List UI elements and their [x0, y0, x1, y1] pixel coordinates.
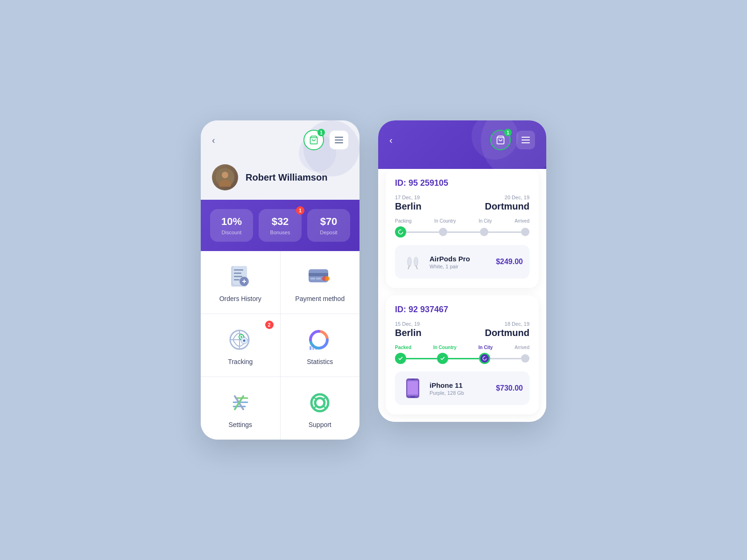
menu-button[interactable] — [330, 131, 348, 149]
right-header: ‹ 1 — [378, 120, 546, 169]
svg-line-36 — [313, 397, 317, 399]
tracking-dot-1 — [439, 228, 447, 236]
order-to-city-2: Dortmund — [485, 328, 529, 338]
right-cart-badge: 1 — [504, 129, 512, 136]
tracking-dot2-1 — [437, 353, 448, 364]
svg-point-42 — [414, 257, 418, 266]
menu-item-settings[interactable]: Settings — [201, 377, 280, 440]
menu-lines-icon — [335, 137, 343, 143]
right-cart-icon — [496, 135, 505, 145]
tracking-dot-3 — [521, 228, 529, 236]
svg-line-37 — [323, 397, 326, 399]
order-from-city-2: Berlin — [395, 328, 422, 338]
avatar-svg — [216, 168, 234, 187]
tracking-dots-1 — [395, 226, 529, 238]
right-back-button[interactable]: ‹ — [389, 135, 393, 146]
product-name-airpods: AirPods Pro — [430, 255, 490, 263]
tracking-labels-1: Packing In Country In City Arrived — [395, 218, 529, 224]
avatar — [212, 164, 238, 190]
profile-name: Robert Williamson — [246, 172, 327, 183]
svg-rect-26 — [310, 346, 311, 350]
statistics-svg — [306, 327, 334, 352]
cart-button[interactable]: 1 — [303, 130, 324, 150]
order-id-1: ID: 95 259105 — [395, 178, 529, 188]
svg-rect-14 — [309, 273, 328, 276]
order-to-date-2: 18 Dec, 19 — [485, 321, 529, 327]
tracking-label-arrived: Arrived — [514, 218, 529, 224]
tracking-dot2-2 — [479, 353, 490, 364]
menu-grid: Orders History Payment method — [201, 251, 359, 440]
tracking-label-incountry2: In Country — [433, 345, 457, 350]
order-from-date-1: 17 Dec, 19 — [395, 195, 422, 200]
statistics-label: Statistics — [307, 358, 333, 365]
svg-point-25 — [314, 335, 324, 344]
bonuses-stat: 1 $32 Bonuses — [259, 209, 302, 242]
product-desc-iphone: Purple, 128 Gb — [430, 390, 490, 396]
back-button[interactable]: ‹ — [212, 135, 215, 146]
svg-rect-48 — [410, 396, 415, 398]
bonuses-label: Bonuses — [263, 230, 297, 235]
tracking-label-arrived2: Arrived — [514, 345, 529, 350]
stats-section: 10% Discount 1 $32 Bonuses $70 Deposit — [201, 200, 359, 251]
order-id-2: ID: 92 937467 — [395, 305, 529, 315]
order-from-city-1: Berlin — [395, 201, 422, 212]
payment-method-label: Payment method — [295, 295, 345, 302]
phone-right: ‹ 1 — [378, 120, 546, 422]
statistics-icon — [303, 325, 336, 353]
discount-stat: 10% Discount — [210, 209, 253, 242]
product-info-airpods: AirPods Pro White, 1 pair — [430, 255, 490, 269]
bonuses-badge: 1 — [296, 206, 304, 215]
svg-rect-7 — [234, 273, 241, 274]
tracking-svg — [226, 327, 254, 352]
svg-line-44 — [416, 266, 417, 269]
right-cart-button[interactable]: 1 — [490, 130, 511, 150]
menu-item-payment-method[interactable]: Payment method — [281, 251, 360, 314]
top-bar: ‹ 1 — [201, 120, 359, 155]
tracking-line2-3 — [490, 358, 521, 359]
svg-rect-49 — [408, 381, 418, 394]
airpods-svg — [403, 252, 422, 271]
order-to-date-1: 20 Dec, 19 — [485, 195, 529, 200]
menu-item-orders-history[interactable]: Orders History — [201, 251, 280, 314]
product-price-airpods: $249.00 — [496, 258, 523, 266]
svg-line-39 — [323, 406, 326, 408]
menu-item-support[interactable]: Support — [281, 377, 360, 440]
order-to-2: 18 Dec, 19 Dortmund — [485, 321, 529, 338]
tracking-badge: 2 — [265, 321, 274, 329]
tracking-label-packing: Packing — [395, 218, 412, 224]
tracking-dot-0 — [395, 226, 406, 238]
order-to-1: 20 Dec, 19 Dortmund — [485, 195, 529, 212]
tracking-labels-2: Packed In Country In City Arrived — [395, 345, 529, 350]
top-right-icons: 1 — [303, 130, 348, 150]
cart-badge: 1 — [317, 129, 325, 136]
order-from-1: 17 Dec, 19 Berlin — [395, 195, 422, 212]
product-name-iphone: iPhone 11 — [430, 381, 490, 389]
menu-line-1 — [335, 137, 343, 138]
discount-label: Discount — [215, 230, 248, 235]
spinner-icon-2 — [482, 356, 487, 361]
tracking-bar-1: Packing In Country In City Arrived — [395, 218, 529, 238]
support-label: Support — [309, 421, 331, 428]
deposit-label: Deposit — [312, 230, 345, 235]
svg-rect-28 — [315, 347, 317, 350]
menu-item-tracking[interactable]: 2 Tracking — [201, 314, 280, 377]
order-to-city-1: Dortmund — [485, 201, 529, 212]
menu-item-statistics[interactable]: Statistics — [281, 314, 360, 377]
svg-rect-9 — [234, 279, 240, 280]
tracking-line-1 — [406, 231, 439, 233]
tracking-line2-2 — [448, 358, 479, 359]
product-icon-airpods — [402, 251, 424, 273]
product-price-iphone: $730.00 — [496, 384, 523, 392]
tracking-line2-1 — [406, 358, 437, 359]
screens-container: ‹ 1 — [182, 102, 565, 458]
svg-point-41 — [408, 257, 411, 266]
svg-point-23 — [240, 336, 242, 338]
tracking-label-incountry: In Country — [434, 218, 456, 224]
order-from-date-2: 15 Dec, 19 — [395, 321, 422, 327]
phone-left: ‹ 1 — [201, 120, 359, 440]
svg-rect-8 — [234, 276, 242, 277]
orders-history-label: Orders History — [219, 295, 261, 302]
spinner-icon — [398, 229, 403, 235]
tracking-label-incity: In City — [479, 218, 492, 224]
cart-icon — [309, 135, 318, 145]
